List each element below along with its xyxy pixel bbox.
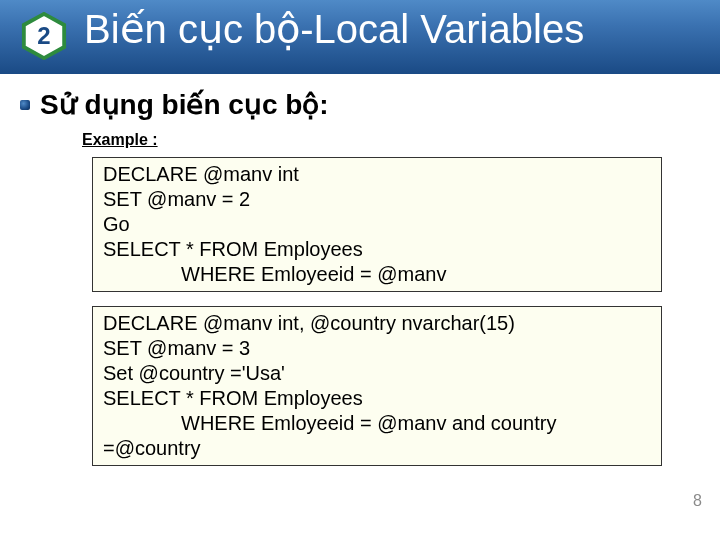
bullet-text: Sử dụng biến cục bộ: — [40, 88, 329, 121]
slide-body: Sử dụng biến cục bộ: Example : DECLARE @… — [20, 88, 700, 480]
code-line: DECLARE @manv int, @country nvarchar(15) — [103, 311, 651, 336]
code-line: WHERE Emloyeeid = @manv — [103, 262, 651, 287]
example-label: Example : — [82, 131, 700, 149]
code-line: Set @country ='Usa' — [103, 361, 651, 386]
code-line: SET @manv = 3 — [103, 336, 651, 361]
code-line: SET @manv = 2 — [103, 187, 651, 212]
code-line: SELECT * FROM Employees — [103, 237, 651, 262]
slide: 2 Biến cục bộ-Local Variables Sử dụng bi… — [0, 0, 720, 540]
code-line: DECLARE @manv int — [103, 162, 651, 187]
bullet-row: Sử dụng biến cục bộ: — [20, 88, 700, 121]
code-line: Go — [103, 212, 651, 237]
slide-title: Biến cục bộ-Local Variables — [84, 6, 584, 52]
page-number: 8 — [693, 492, 702, 510]
code-line: =@country — [103, 436, 651, 461]
bullet-icon — [20, 100, 30, 110]
code-block-1: DECLARE @manv int SET @manv = 2 Go SELEC… — [92, 157, 662, 292]
code-line: WHERE Emloyeeid = @manv and country — [103, 411, 651, 436]
code-line: SELECT * FROM Employees — [103, 386, 651, 411]
code-block-2: DECLARE @manv int, @country nvarchar(15)… — [92, 306, 662, 466]
section-number: 2 — [20, 12, 68, 60]
